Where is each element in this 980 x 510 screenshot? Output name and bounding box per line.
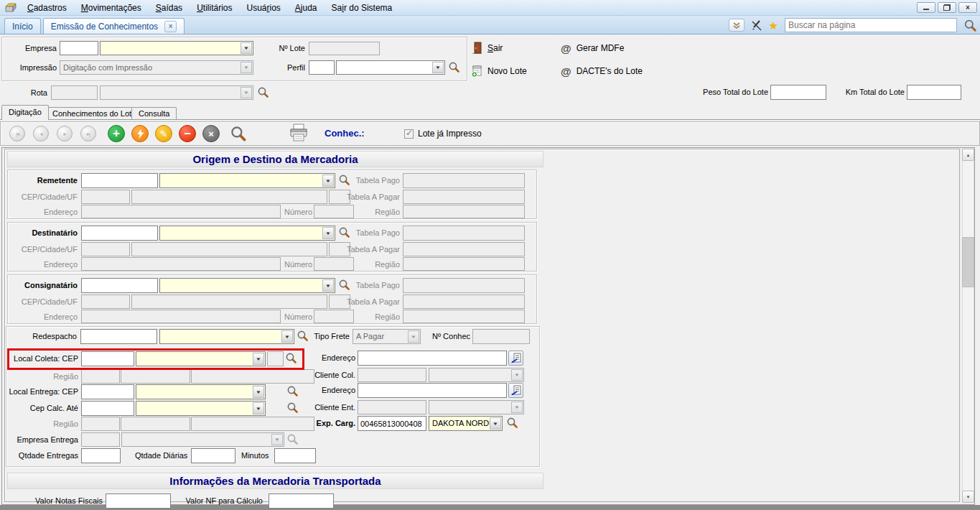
km-total-field[interactable] xyxy=(907,85,961,100)
perfil-combo[interactable] xyxy=(336,60,445,75)
menu-item-1[interactable]: Movimentações xyxy=(74,1,149,15)
endereco-entrega-input[interactable] xyxy=(358,383,507,398)
dropdown-arrow-icon[interactable] xyxy=(490,417,501,430)
subtab-consulta[interactable]: Consulta xyxy=(131,107,177,119)
next-record-icon: ▸ xyxy=(57,126,73,142)
perfil-code-input[interactable] xyxy=(309,60,335,75)
cep-calc-ate-input[interactable] xyxy=(81,401,134,416)
party-code-input[interactable] xyxy=(81,278,158,293)
local-entrega-combo[interactable] xyxy=(136,384,266,399)
dropdown-arrow-icon[interactable] xyxy=(432,62,444,73)
local-entrega-cep-input[interactable] xyxy=(81,384,134,399)
redespacho-lookup-icon[interactable] xyxy=(297,330,309,343)
minutos-input[interactable] xyxy=(274,448,316,463)
close-button[interactable] xyxy=(958,2,977,13)
sair-label: Sair xyxy=(487,43,503,53)
restore-button[interactable] xyxy=(938,2,956,13)
party-lookup-icon[interactable] xyxy=(338,226,351,239)
subtab-digitacao[interactable]: Digitação xyxy=(1,105,49,120)
local-coleta-cep-input[interactable] xyxy=(81,351,134,366)
dropdown-arrow-icon[interactable] xyxy=(281,330,293,343)
perfil-label: Perfil xyxy=(275,60,305,75)
local-entrega-lookup-icon[interactable] xyxy=(286,385,299,398)
cep-calc-lookup-icon[interactable] xyxy=(286,402,299,414)
vertical-scrollbar[interactable] xyxy=(962,149,974,503)
cep-field xyxy=(81,295,130,309)
scrollbar-thumb[interactable] xyxy=(962,237,974,287)
printer-icon[interactable] xyxy=(289,124,309,142)
add-record-button[interactable] xyxy=(108,125,125,142)
exp-carg-lookup-icon[interactable] xyxy=(506,417,519,430)
endereco-entrega-label: Endereço xyxy=(316,383,355,398)
party-name-combo[interactable] xyxy=(159,278,335,293)
search-input[interactable] xyxy=(785,18,957,32)
redespacho-code-input[interactable] xyxy=(80,329,157,344)
redespacho-combo[interactable] xyxy=(159,329,294,344)
dropdown-arrow-icon[interactable] xyxy=(253,386,264,398)
exp-carg-combo[interactable]: DAKOTA NORDES xyxy=(429,416,503,431)
conhec-label: Conhec.: xyxy=(325,128,365,139)
menu-item-3[interactable]: Utilitários xyxy=(190,1,239,15)
tabela-a-pagar-field xyxy=(403,190,525,204)
tabela-a-pagar-field xyxy=(403,295,525,309)
local-coleta-combo[interactable] xyxy=(136,351,266,366)
perfil-lookup-icon[interactable] xyxy=(448,61,461,74)
no-edit-icon[interactable] xyxy=(751,19,762,31)
tabela-pago-field xyxy=(403,173,525,188)
rota-lookup-icon[interactable] xyxy=(257,86,270,99)
exp-carg-input[interactable] xyxy=(358,416,426,431)
dropdown-arrow-icon[interactable] xyxy=(253,353,264,365)
empresa-code-input[interactable] xyxy=(60,41,98,55)
minimize-button[interactable] xyxy=(917,2,935,13)
search-icon[interactable] xyxy=(963,19,976,32)
delete-record-button[interactable] xyxy=(179,125,196,142)
tipo-frete-combo: A Pagar xyxy=(353,329,421,344)
qtdade-entregas-input[interactable] xyxy=(81,448,121,463)
tab-inicio[interactable]: Início xyxy=(4,18,41,34)
sair-button[interactable]: Sair xyxy=(471,40,503,56)
tab-emissao-de-conhecimentos[interactable]: Emissão de Conhecimentos xyxy=(43,18,185,34)
chevron-down-icon[interactable] xyxy=(729,19,745,32)
toolbar-search-icon[interactable] xyxy=(230,125,243,138)
regiao-coleta-field-1 xyxy=(81,369,120,384)
local-coleta-lookup-icon[interactable] xyxy=(285,352,298,365)
endereco-entrega-picker-button[interactable] xyxy=(508,383,523,398)
scroll-down-button[interactable]: ▼ xyxy=(962,491,974,503)
empresa-combo[interactable] xyxy=(100,41,253,55)
dropdown-arrow-icon[interactable] xyxy=(322,279,334,292)
endereco-coleta-input[interactable] xyxy=(358,351,507,366)
favorites-star-icon[interactable] xyxy=(769,20,778,31)
party-lookup-icon[interactable] xyxy=(338,174,351,187)
party-code-input[interactable] xyxy=(81,173,158,188)
tab-close-icon[interactable] xyxy=(164,21,177,32)
dropdown-arrow-icon[interactable] xyxy=(253,402,264,414)
valor-notas-fiscais-input[interactable] xyxy=(106,493,171,509)
menu-item-6[interactable]: Sair do Sistema xyxy=(325,1,400,15)
cep-calc-ate-combo[interactable] xyxy=(136,401,266,416)
scroll-up-button[interactable]: ▲ xyxy=(962,149,974,161)
menu-item-0[interactable]: Cadastros xyxy=(20,1,74,15)
menu-item-2[interactable]: Saídas xyxy=(149,1,190,15)
edit-record-button[interactable] xyxy=(155,125,172,142)
post-record-button[interactable] xyxy=(131,125,149,142)
tabela-a-pagar-label: Tabela A Pagar xyxy=(338,295,400,310)
peso-total-field[interactable] xyxy=(770,85,826,100)
dropdown-arrow-icon[interactable] xyxy=(322,227,334,239)
dropdown-arrow-icon[interactable] xyxy=(322,175,334,187)
dropdown-arrow-icon[interactable] xyxy=(241,42,252,54)
local-entrega-cep-label: Local Entrega: CEP xyxy=(7,384,78,399)
valor-nf-calculo-input[interactable] xyxy=(269,493,334,509)
party-lookup-icon[interactable] xyxy=(338,279,351,292)
party-code-input[interactable] xyxy=(81,226,158,241)
party-name-combo[interactable] xyxy=(159,173,335,188)
menu-item-5[interactable]: Ajuda xyxy=(288,1,325,15)
novo-lote-button[interactable]: Novo Lote xyxy=(471,63,527,79)
qtdade-diarias-input[interactable] xyxy=(191,448,235,463)
cancel-record-button[interactable] xyxy=(202,125,220,142)
subtab-conhecimentos-do-lote[interactable]: Conhecimentos do Lote xyxy=(45,107,143,119)
dactes-do-lote-button[interactable]: DACTE's do Lote xyxy=(561,63,643,79)
menu-item-4[interactable]: Usuários xyxy=(239,1,287,15)
party-name-combo[interactable] xyxy=(159,226,335,241)
endereco-coleta-picker-button[interactable] xyxy=(508,351,523,366)
gerar-mdfe-button[interactable]: Gerar MDFe xyxy=(561,40,624,56)
